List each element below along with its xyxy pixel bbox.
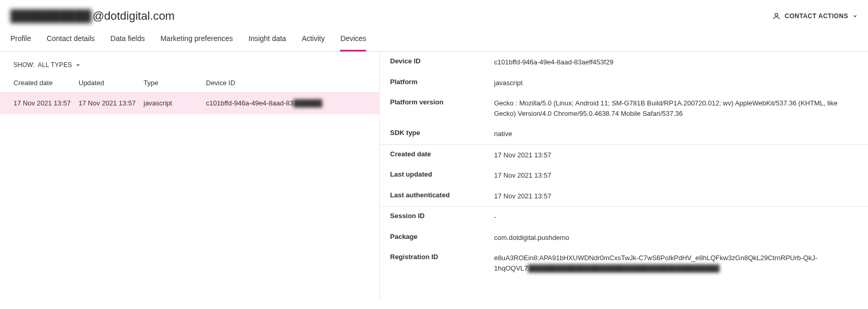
filter-dropdown[interactable]: SHOW: ALL TYPES — [0, 52, 379, 74]
value-platform-version: Gecko : Mozilla/5.0 (Linux; Android 11; … — [494, 98, 858, 118]
label-registration-id: Registration ID — [390, 253, 494, 273]
email-prefix-redacted: ██████████ — [10, 9, 92, 23]
label-last-updated: Last updated — [390, 170, 494, 181]
tab-marketing-preferences[interactable]: Marketing preferences — [160, 28, 232, 51]
tab-contact-details[interactable]: Contact details — [47, 28, 95, 51]
tab-activity[interactable]: Activity — [302, 28, 325, 51]
col-header-created[interactable]: Created date — [14, 79, 79, 87]
chevron-down-icon — [75, 62, 81, 68]
label-platform-version: Platform version — [390, 98, 494, 118]
tab-profile[interactable]: Profile — [10, 28, 31, 51]
value-device-id: c101bffd-946a-49e4-8aad-83aeff453f29 — [494, 57, 858, 68]
value-platform: javascript — [494, 78, 858, 88]
tab-data-fields[interactable]: Data fields — [110, 28, 145, 51]
svg-point-0 — [775, 14, 778, 16]
cell-updated: 17 Nov 2021 13:57 — [79, 99, 144, 107]
filter-value: ALL TYPES — [37, 61, 72, 69]
value-created-date: 17 Nov 2021 13:57 — [494, 150, 858, 160]
filter-label: SHOW: — [14, 61, 34, 69]
contact-actions-dropdown[interactable]: CONTACT ACTIONS — [772, 12, 858, 20]
cell-type: javascript — [144, 99, 206, 107]
cell-device-id: c101bffd-946a-49e4-8aad-83 ██████ — [206, 99, 366, 107]
value-last-authenticated: 17 Nov 2021 13:57 — [494, 191, 858, 201]
value-last-updated: 17 Nov 2021 13:57 — [494, 170, 858, 181]
devices-table: Created date Updated Type Device ID 17 N… — [0, 74, 379, 114]
contact-actions-label: CONTACT ACTIONS — [785, 12, 848, 20]
table-header: Created date Updated Type Device ID — [0, 74, 379, 92]
label-created-date: Created date — [390, 150, 494, 160]
tab-devices[interactable]: Devices — [340, 28, 366, 51]
tab-insight-data[interactable]: Insight data — [249, 28, 286, 51]
label-session-id: Session ID — [390, 212, 494, 222]
email-suffix: @dotdigital.com — [93, 9, 175, 23]
label-last-authenticated: Last authenticated — [390, 191, 494, 201]
page-title: ██████████ @dotdigital.com — [10, 9, 175, 23]
chevron-down-icon — [852, 14, 858, 19]
col-header-device-id[interactable]: Device ID — [206, 79, 366, 87]
tabs-nav: ProfileContact detailsData fieldsMarketi… — [0, 28, 868, 52]
person-icon — [772, 12, 781, 20]
device-detail-panel: Device ID c101bffd-946a-49e4-8aad-83aeff… — [380, 52, 868, 299]
table-row[interactable]: 17 Nov 2021 13:57 17 Nov 2021 13:57 java… — [0, 92, 379, 114]
value-package: com.dotdigital.pushdemo — [494, 233, 858, 243]
value-sdk-type: native — [494, 129, 858, 139]
label-device-id: Device ID — [390, 57, 494, 68]
value-session-id: - — [494, 212, 858, 222]
registration-id-redacted: ████████████████████████████████████████ — [528, 264, 719, 272]
device-id-redacted: ██████ — [293, 99, 322, 107]
label-sdk-type: SDK type — [390, 129, 494, 139]
col-header-updated[interactable]: Updated — [79, 79, 144, 87]
label-package: Package — [390, 233, 494, 243]
value-registration-id: e8uA3ROEin8:APA91bHXUWDNdr0mCxsTwJk-C7wS… — [494, 253, 858, 273]
col-header-type[interactable]: Type — [144, 79, 206, 87]
label-platform: Platform — [390, 78, 494, 88]
cell-created: 17 Nov 2021 13:57 — [14, 99, 79, 107]
